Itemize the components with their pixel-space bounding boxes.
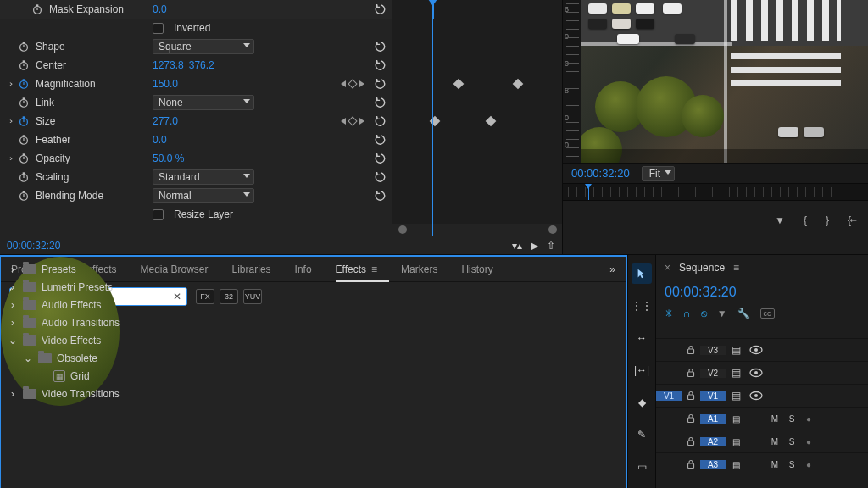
marker-icon[interactable]: ▼ [775, 214, 785, 226]
track-target[interactable]: A3 [700, 460, 726, 469]
disclosure-icon[interactable]: › [5, 152, 17, 164]
next-keyframe-icon[interactable] [359, 118, 364, 125]
program-ruler[interactable] [563, 183, 868, 200]
keyframe-icon[interactable] [430, 116, 441, 127]
lock-icon[interactable] [682, 459, 700, 469]
disclosure-icon[interactable]: › [8, 317, 18, 329]
program-video[interactable] [581, 0, 868, 163]
track-target[interactable]: A2 [700, 437, 726, 446]
effect-controls-playhead[interactable] [432, 0, 433, 236]
selection-tool[interactable] [632, 263, 652, 284]
property-value[interactable]: 277.0 [153, 115, 178, 127]
disclosure-icon[interactable]: › [8, 299, 18, 311]
prev-keyframe-icon[interactable] [341, 118, 346, 125]
record-icon[interactable]: ● [800, 414, 817, 424]
play-icon[interactable]: ▶ [531, 240, 538, 252]
program-timecode[interactable]: 00:00:32:20 [571, 167, 630, 180]
panel-menu-icon[interactable]: ≡ [733, 262, 739, 274]
effects-tree[interactable]: ›Presets›Lumetri Presets›Audio Effects›A… [1, 257, 120, 406]
panel-tab[interactable]: Effects ≡ [336, 263, 377, 275]
ripple-tool[interactable]: ↔ [632, 328, 652, 348]
close-panel-icon[interactable]: × [665, 262, 670, 274]
out-bracket-icon[interactable]: } [826, 214, 829, 226]
track-output-icon[interactable]: ▤ [726, 460, 746, 469]
property-value[interactable]: 0.0 [153, 3, 167, 15]
property-dropdown[interactable]: Normal [153, 188, 254, 203]
property-value-y[interactable]: 376.2 [189, 59, 214, 71]
keyframe-icon[interactable] [513, 79, 524, 90]
panel-tab[interactable]: Info [295, 263, 312, 275]
effect-folder[interactable]: ⌄Video Effects [1, 331, 120, 349]
effect-folder[interactable]: ›Presets [1, 260, 120, 278]
disclosure-icon[interactable]: › [8, 388, 18, 400]
reset-button[interactable] [370, 97, 392, 108]
disclosure-icon[interactable]: › [5, 78, 17, 90]
keyframe-icon[interactable] [453, 79, 465, 90]
rect-tool[interactable]: ▭ [632, 457, 652, 477]
lock-icon[interactable] [682, 436, 700, 446]
magnet-icon[interactable]: ∩ [683, 308, 691, 319]
pen-tool[interactable]: ✎ [632, 424, 652, 445]
lock-icon[interactable] [682, 413, 700, 424]
in-bracket-icon[interactable]: { [804, 214, 807, 226]
marker-tool-icon[interactable]: ▼ [717, 308, 727, 319]
overflow-icon[interactable]: » [609, 263, 615, 275]
stopwatch-icon[interactable] [31, 3, 44, 16]
cc-icon[interactable]: cc [760, 308, 775, 319]
slip-tool[interactable]: |↔| [632, 360, 652, 380]
property-dropdown[interactable]: Square [153, 39, 254, 54]
stopwatch-icon[interactable] [17, 189, 31, 202]
track-target[interactable]: V3 [700, 346, 726, 355]
property-value[interactable]: 0.0 [153, 134, 167, 146]
track-target[interactable]: V2 [700, 369, 726, 378]
next-keyframe-icon[interactable] [359, 80, 364, 87]
add-keyframe-icon[interactable] [348, 116, 357, 125]
track-output-icon[interactable]: ▤ [726, 390, 746, 402]
zoom-scroll-handle[interactable] [548, 225, 557, 234]
property-dropdown[interactable]: None [153, 95, 254, 110]
reset-button[interactable] [370, 190, 392, 202]
reset-button[interactable] [370, 115, 392, 127]
stopwatch-icon[interactable] [17, 152, 31, 165]
reset-button[interactable] [370, 134, 392, 146]
program-playhead[interactable] [588, 184, 589, 200]
track-target[interactable]: V1 [700, 391, 726, 401]
reset-button[interactable] [370, 171, 392, 183]
lock-icon[interactable] [682, 391, 700, 401]
disclosure-icon[interactable]: › [5, 115, 17, 127]
stopwatch-icon[interactable] [17, 58, 31, 72]
add-keyframe-icon[interactable] [348, 79, 357, 88]
reset-button[interactable] [370, 3, 392, 15]
mute-toggle[interactable]: M [766, 460, 783, 469]
goto-in-icon[interactable]: {← [848, 214, 856, 226]
razor-tool[interactable]: ◆ [632, 392, 652, 413]
track-header[interactable]: V1 V1 ▤ [656, 384, 868, 407]
mute-toggle[interactable]: M [766, 437, 783, 446]
track-header[interactable]: V3 ▤ [656, 338, 868, 361]
stopwatch-icon[interactable] [17, 133, 31, 147]
filter-icon[interactable]: ▾▴ [512, 240, 522, 252]
disclosure-icon[interactable]: › [8, 281, 18, 293]
panel-tab[interactable]: Libraries [232, 263, 271, 275]
zoom-scroll-handle[interactable] [398, 225, 407, 234]
lock-icon[interactable] [682, 368, 700, 378]
disclosure-icon[interactable]: ⌄ [23, 352, 33, 364]
mute-toggle[interactable]: M [766, 414, 783, 424]
property-value-x[interactable]: 1273.8 [153, 59, 184, 71]
property-value[interactable]: 50.0 % [153, 152, 184, 164]
lock-icon[interactable] [682, 345, 700, 355]
track-header[interactable]: V2 ▤ [656, 361, 868, 384]
stopwatch-icon[interactable] [17, 40, 31, 53]
disclosure-icon[interactable]: › [8, 263, 18, 275]
linked-selection-icon[interactable]: ⎋ [701, 308, 707, 319]
stopwatch-icon[interactable] [17, 170, 31, 184]
filter-badge[interactable]: YUV [243, 289, 262, 304]
stopwatch-icon[interactable] [17, 114, 31, 128]
snap-icon[interactable]: ✳ [665, 308, 673, 319]
property-value[interactable]: 150.0 [153, 78, 178, 90]
panel-tab[interactable]: Markers [401, 263, 437, 275]
prev-keyframe-icon[interactable] [341, 80, 346, 87]
effect-folder[interactable]: ⌄Obsolete [1, 349, 120, 367]
filter-badge[interactable]: FX [196, 289, 214, 304]
wrench-icon[interactable]: 🔧 [737, 308, 750, 319]
